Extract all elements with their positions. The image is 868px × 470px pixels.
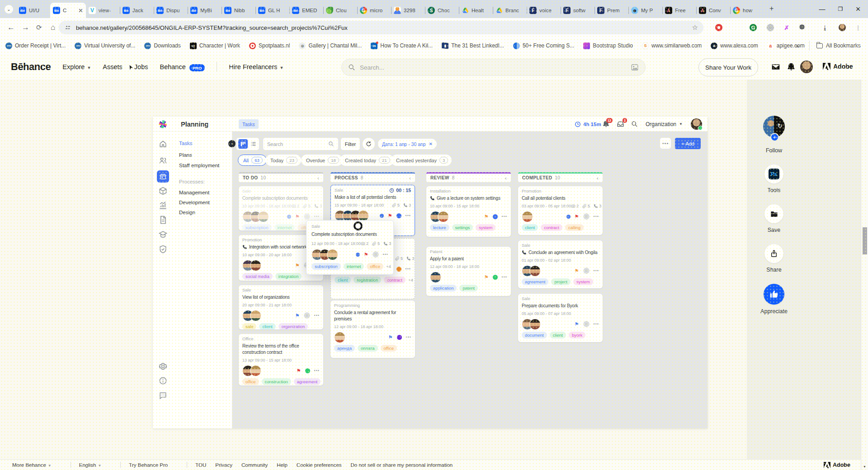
image-search-icon[interactable] <box>631 63 639 71</box>
globe-icon[interactable] <box>304 213 310 220</box>
column-header[interactable]: COMPLETED10‹ <box>518 172 603 182</box>
browser-tab[interactable]: AConv <box>696 3 730 18</box>
bookmark-item[interactable]: Swww.similarweb.com <box>642 42 702 49</box>
bookmark-item[interactable]: awww.alexa.com <box>711 42 758 49</box>
filter-button[interactable]: Filter <box>341 138 360 150</box>
column-header[interactable]: TO DO10‹ <box>239 172 323 182</box>
browser-tab[interactable]: FPrem <box>594 3 628 18</box>
browser-tab[interactable]: Gmicro <box>357 3 391 18</box>
gear-icon[interactable] <box>159 362 167 371</box>
card-more-icon[interactable]: ••• <box>594 268 599 273</box>
save-button[interactable] <box>764 204 783 223</box>
browser-tab[interactable]: BēUI/U <box>16 3 50 18</box>
sidebar-collapse-button[interactable]: ‹ <box>228 140 236 147</box>
flag-icon[interactable]: ⚑ <box>575 322 579 327</box>
info-icon[interactable] <box>159 376 167 385</box>
all-bookmarks-button[interactable]: All Bookmarks <box>816 42 861 49</box>
card-more-icon[interactable]: ••• <box>406 335 411 339</box>
sidebar-item-tasks[interactable]: Tasks <box>179 141 192 146</box>
task-card[interactable]: Patent Apply for a patent 12 apr 09:00 -… <box>426 247 511 296</box>
globe-icon[interactable] <box>583 321 590 327</box>
browser-tab[interactable]: Branc <box>493 3 527 18</box>
card-more-icon[interactable]: ••• <box>314 313 320 318</box>
tab-close-icon[interactable]: ✕ <box>78 7 83 14</box>
app-search-icon[interactable] <box>631 117 638 132</box>
footer-link[interactable]: Do not sell or share my personal informa… <box>351 462 453 468</box>
browser-tab[interactable]: ◉My P <box>628 3 662 18</box>
scrollbar-thumb[interactable] <box>863 227 867 254</box>
messages-icon[interactable] <box>771 62 780 71</box>
bookmarks-overflow-icon[interactable]: » <box>796 42 799 49</box>
chat-icon[interactable] <box>159 391 167 400</box>
status-circle-icon[interactable] <box>396 213 401 218</box>
bookmark-item[interactable]: Spotplaats.nl <box>249 42 290 49</box>
site-info-icon[interactable] <box>64 25 71 30</box>
bookmark-star-icon[interactable]: ☆ <box>692 24 698 32</box>
tools-button[interactable]: Ps <box>764 164 783 183</box>
flag-icon[interactable]: ⚑ <box>295 263 300 268</box>
app-notifications[interactable]: 13 <box>602 117 610 132</box>
globe-icon[interactable] <box>583 268 590 274</box>
card-more-icon[interactable]: ••• <box>594 322 599 326</box>
adobe-logo[interactable]: Adobe <box>823 63 853 70</box>
footer-more-behance[interactable]: More Behance▼ <box>12 462 52 468</box>
nav-explore[interactable]: Explore▼ <box>62 63 91 70</box>
dragged-card[interactable]: Sale Complete subscription documents 12 … <box>306 220 394 275</box>
extension-opera-icon[interactable] <box>715 24 722 31</box>
forward-button[interactable]: → <box>22 23 29 32</box>
share-button[interactable] <box>764 244 783 263</box>
add-task-button[interactable]: + Add <box>675 138 701 149</box>
bookmark-item[interactable]: aapigee.com <box>767 42 805 49</box>
status-circle-icon[interactable] <box>396 267 401 272</box>
follow-label[interactable]: Follow <box>747 147 801 154</box>
collapse-column-icon[interactable]: ‹ <box>409 175 411 181</box>
browser-tab[interactable]: BēGL H <box>255 3 289 18</box>
globe-icon[interactable] <box>583 213 590 220</box>
downloads-icon[interactable]: ⭳ <box>821 24 829 31</box>
tab-search-chevron-icon[interactable]: ⌄ <box>5 5 13 14</box>
task-card[interactable]: Sale View list of organizations 20 apr 0… <box>239 285 323 329</box>
behance-logo[interactable]: Bēhance <box>11 61 51 73</box>
status-circle-icon[interactable] <box>305 368 310 373</box>
home-button[interactable]: ⌂ <box>51 23 55 32</box>
status-circle-icon[interactable] <box>493 275 498 280</box>
card-more-icon[interactable]: ••• <box>314 214 320 219</box>
task-card[interactable]: Office Review the terms of the office co… <box>239 334 323 385</box>
address-bar[interactable]: behance.net/gallery/200568645/ONGILA-ERP… <box>59 21 703 34</box>
cap-icon[interactable] <box>159 230 167 239</box>
filter-chip-created-today[interactable]: Created today21 <box>340 155 394 166</box>
nav-hire-freelancers[interactable]: Hire Freelancers▼ <box>229 63 283 70</box>
bookmark-item[interactable]: ▮The 31 Best LinkedI... <box>442 42 504 49</box>
task-card[interactable]: Programming Conclude a rental agreement … <box>330 301 415 358</box>
filter-chip-today[interactable]: Today23 <box>265 155 301 166</box>
chart-icon[interactable] <box>159 201 167 210</box>
follow-plus-badge[interactable]: + <box>770 133 779 141</box>
flag-icon[interactable]: ⚑ <box>484 275 489 280</box>
card-more-icon[interactable]: ••• <box>502 275 507 279</box>
status-circle-icon[interactable] <box>493 214 498 219</box>
flag-icon[interactable]: ⚑ <box>297 368 301 373</box>
browser-tab[interactable]: SChoc <box>425 3 459 18</box>
appreciate-button[interactable] <box>764 284 784 305</box>
column-header[interactable]: REVIEW8‹ <box>426 172 511 182</box>
sidebar-item-design[interactable]: Design <box>179 210 195 215</box>
home-icon[interactable] <box>159 140 167 148</box>
extension-grammarly-icon[interactable]: G <box>750 24 757 31</box>
browser-tab[interactable]: BēJack <box>120 3 154 18</box>
card-more-icon[interactable]: ••• <box>406 213 411 218</box>
filter-chip-overdue[interactable]: Overdue18 <box>301 155 343 166</box>
page-scrollbar[interactable]: ▲ ▼ <box>861 54 868 470</box>
flag-icon[interactable]: ⚑ <box>388 213 392 218</box>
kanban-view-button[interactable] <box>238 139 248 149</box>
flag-icon[interactable]: ⚑ <box>364 252 368 257</box>
shield-icon[interactable] <box>159 245 167 254</box>
org-dropdown[interactable]: Organization▼ <box>646 117 683 132</box>
sidebar-item-plans[interactable]: Plans <box>179 152 192 158</box>
globe-icon[interactable] <box>304 312 310 319</box>
nav-behance-pro[interactable]: BehancePRO <box>160 63 205 70</box>
status-dot-icon[interactable] <box>566 215 571 219</box>
share-your-work-button[interactable]: Share Your Work <box>698 58 758 76</box>
scroll-down-arrow[interactable]: ▼ <box>863 465 866 468</box>
extension-globe-icon[interactable] <box>767 24 774 31</box>
users-icon[interactable] <box>159 156 167 165</box>
